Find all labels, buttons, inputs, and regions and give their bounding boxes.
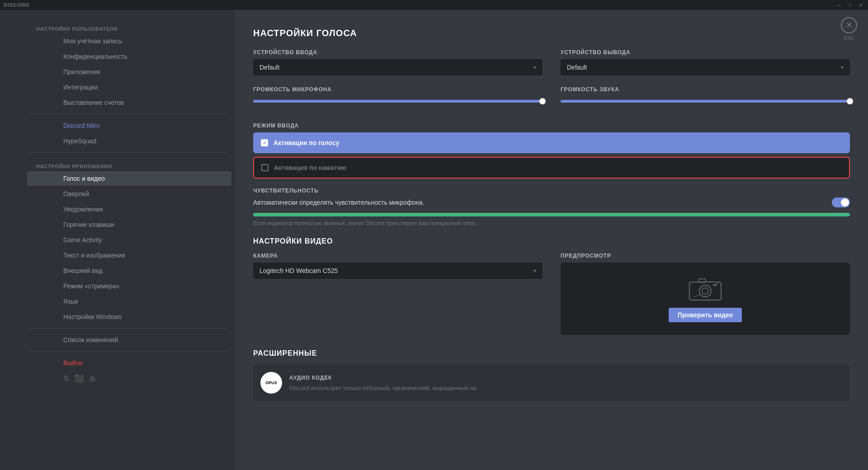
maximize-button[interactable]: □ xyxy=(846,3,854,8)
input-mode-label: РЕЖИМ ВВОДА xyxy=(253,122,850,129)
voice-activation-label: Активация по голосу xyxy=(274,139,339,146)
opus-logo: OPUS xyxy=(260,372,282,394)
output-device-group: УСТРОЙСТВО ВЫВОДА Default xyxy=(561,49,850,75)
codec-desc: Discord использует только отборный, орга… xyxy=(289,385,476,391)
sensitivity-label: ЧУВСТВИТЕЛЬНОСТЬ xyxy=(253,188,850,194)
close-icon: ✕ xyxy=(846,20,853,30)
sidebar-item-windows[interactable]: Настройки Windows xyxy=(27,310,231,324)
camera-label: КАМЕРА xyxy=(253,253,542,259)
sidebar-item-voice[interactable]: Голос и видео xyxy=(27,171,231,186)
app-body: НАСТРОЙКИ ПОЛЬЗОВАТЕЛЯ Моя учётная запис… xyxy=(0,10,868,470)
mic-volume-track xyxy=(253,100,542,103)
output-device-select-wrapper[interactable]: Default xyxy=(561,59,850,75)
mic-volume-group: ГРОМКОСТЬ МИКРОФОНА xyxy=(253,86,542,103)
sidebar-item-game-activity[interactable]: Game Activity xyxy=(27,233,231,247)
twitter-icon[interactable]: 𝕏 xyxy=(63,374,69,383)
preview-box: Проверить видео xyxy=(561,263,850,335)
input-device-select-wrapper[interactable]: Default xyxy=(253,59,542,75)
camera-preview-icon xyxy=(687,275,723,302)
svg-line-5 xyxy=(694,294,701,297)
sidebar-item-overlay[interactable]: Оверлей xyxy=(27,187,231,201)
sound-volume-thumb[interactable] xyxy=(847,98,853,104)
push-to-talk-checkbox[interactable] xyxy=(261,164,269,171)
app-settings-label: НАСТРОЙКИ ПРИЛОЖЕНИЯ xyxy=(0,160,235,171)
sensitivity-bar xyxy=(253,213,850,216)
sidebar-item-streamer[interactable]: Режим «стримера» xyxy=(27,279,231,293)
input-mode-section: РЕЖИМ ВВОДА Активация по голосу Активаци… xyxy=(253,122,850,179)
sidebar-item-text[interactable]: Текст и изображения xyxy=(27,248,231,263)
sidebar-item-privacy[interactable]: Конфиденциальность xyxy=(27,49,231,64)
window-controls: — □ ✕ xyxy=(835,3,864,8)
voice-settings-title: НАСТРОЙКИ ГОЛОСА xyxy=(253,28,850,38)
auto-sensitivity-label: Автоматически определять чувствительност… xyxy=(253,199,424,206)
preview-group: ПРЕДПРОСМОТР Прове xyxy=(561,253,850,335)
close-window-button[interactable]: ✕ xyxy=(857,3,864,8)
minimize-button[interactable]: — xyxy=(835,3,843,8)
sidebar-item-apps[interactable]: Приложения xyxy=(27,65,231,79)
video-settings-title: НАСТРОЙКИ ВИДЕО xyxy=(253,237,850,245)
output-device-label: УСТРОЙСТВО ВЫВОДА xyxy=(561,49,850,56)
close-button[interactable]: ✕ xyxy=(841,17,857,33)
check-video-button[interactable]: Проверить видео xyxy=(669,308,742,322)
input-device-label: УСТРОЙСТВО ВВОДА xyxy=(253,49,542,56)
sidebar-item-nitro[interactable]: Discord Nitro xyxy=(27,118,231,133)
sensitivity-hint: Если индикатор полностью зеленый, значит… xyxy=(253,220,850,226)
sensitivity-section: ЧУВСТВИТЕЛЬНОСТЬ Автоматически определят… xyxy=(253,188,850,226)
sidebar-item-hypesquad[interactable]: HypeSquad xyxy=(27,134,231,148)
push-to-talk-option[interactable]: Активация по нажатию xyxy=(253,157,850,179)
sidebar-divider-4 xyxy=(27,351,226,352)
video-row: КАМЕРА Logitech HD Webcam C525 ПРЕДПРОСМ… xyxy=(253,253,850,335)
mic-volume-fill xyxy=(253,100,542,103)
voice-activation-option[interactable]: Активация по голосу xyxy=(253,132,850,153)
settings-content: ✕ ESC НАСТРОЙКИ ГОЛОСА УСТРОЙСТВО ВВОДА … xyxy=(235,10,868,470)
output-device-select[interactable]: Default xyxy=(561,59,850,75)
advanced-section: РАСШИРЕННЫЕ OPUS АУДИО КОДЕК Discord исп… xyxy=(253,349,850,401)
sound-volume-track xyxy=(561,100,850,103)
sidebar-item-billing[interactable]: Выставление счетов xyxy=(27,95,231,110)
voice-activation-checkbox[interactable] xyxy=(261,139,268,146)
sidebar-item-changelog[interactable]: Список изменений xyxy=(27,333,231,347)
app-title: DISCORD xyxy=(4,2,30,8)
input-device-select[interactable]: Default xyxy=(253,59,542,75)
svg-point-1 xyxy=(699,285,711,297)
sidebar-item-language[interactable]: Язык xyxy=(27,294,231,309)
sound-volume-fill xyxy=(561,100,850,103)
sidebar-item-integrations[interactable]: Интеграции xyxy=(27,80,231,94)
sidebar: НАСТРОЙКИ ПОЛЬЗОВАТЕЛЯ Моя учётная запис… xyxy=(0,10,235,470)
video-section: НАСТРОЙКИ ВИДЕО КАМЕРА Logitech HD Webca… xyxy=(253,237,850,335)
user-settings-label: НАСТРОЙКИ ПОЛЬЗОВАТЕЛЯ xyxy=(0,23,235,33)
auto-sensitivity-row: Автоматически определять чувствительност… xyxy=(253,197,850,207)
codec-row: OPUS АУДИО КОДЕК Discord использует толь… xyxy=(253,365,850,401)
instagram-icon[interactable]: ◎ xyxy=(89,374,95,383)
sidebar-divider-1 xyxy=(27,114,226,114)
svg-point-2 xyxy=(702,288,708,294)
sidebar-item-hotkeys[interactable]: Горячие клавиши xyxy=(27,217,231,232)
mic-volume-label: ГРОМКОСТЬ МИКРОФОНА xyxy=(253,86,542,93)
sidebar-item-notifications[interactable]: Уведомления xyxy=(27,202,231,216)
volume-row: ГРОМКОСТЬ МИКРОФОНА ГРОМКОСТЬ ЗВУКА xyxy=(253,86,850,112)
titlebar: DISCORD — □ ✕ xyxy=(0,0,868,10)
sidebar-divider-2 xyxy=(27,152,226,153)
input-device-group: УСТРОЙСТВО ВВОДА Default xyxy=(253,49,542,75)
codec-label: АУДИО КОДЕК xyxy=(289,375,476,381)
preview-label: ПРЕДПРОСМОТР xyxy=(561,253,850,259)
mic-volume-thumb[interactable] xyxy=(539,98,546,104)
sidebar-item-logout[interactable]: Выйти xyxy=(27,356,231,370)
social-links: 𝕏 ⬛ ◎ xyxy=(27,371,235,386)
push-to-talk-label: Активация по нажатию xyxy=(274,164,347,171)
camera-select-wrapper[interactable]: Logitech HD Webcam C525 xyxy=(253,263,542,279)
sound-volume-group: ГРОМКОСТЬ ЗВУКА xyxy=(561,86,850,103)
facebook-icon[interactable]: ⬛ xyxy=(75,374,84,383)
esc-label: ESC xyxy=(844,35,854,41)
devices-row: УСТРОЙСТВО ВВОДА Default УСТРОЙСТВО ВЫВО… xyxy=(253,49,850,75)
sidebar-item-account[interactable]: Моя учётная запись xyxy=(27,34,231,48)
auto-sensitivity-toggle[interactable] xyxy=(832,197,850,207)
sidebar-item-appearance[interactable]: Внешний вид xyxy=(27,263,231,278)
camera-select[interactable]: Logitech HD Webcam C525 xyxy=(253,263,542,279)
advanced-title: РАСШИРЕННЫЕ xyxy=(253,349,850,357)
camera-group: КАМЕРА Logitech HD Webcam C525 xyxy=(253,253,542,279)
sidebar-divider-3 xyxy=(27,328,226,329)
sound-volume-label: ГРОМКОСТЬ ЗВУКА xyxy=(561,86,850,93)
